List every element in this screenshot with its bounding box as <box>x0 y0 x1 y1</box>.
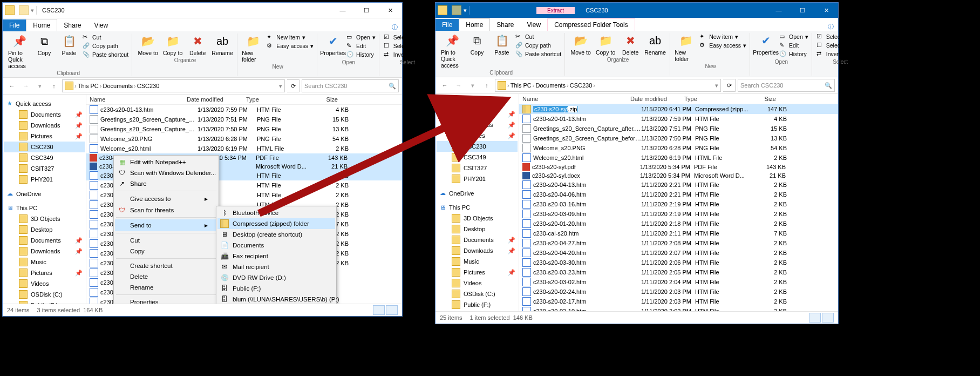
open-button[interactable]: ▭Open ▾ <box>779 33 808 41</box>
pin-quickaccess-button[interactable]: 📌Pin to Quick access <box>8 33 31 69</box>
file-row[interactable]: c230-s20-01-20.htm1/11/2020 2:18 PMHTM F… <box>519 219 838 229</box>
crumb-thispc[interactable]: This PC <box>511 82 532 89</box>
menu-cut[interactable]: Cut <box>115 235 217 246</box>
nav-item[interactable]: OSDisk (C:) <box>437 288 518 299</box>
sendto-mail[interactable]: ✉Mail recipient <box>217 261 335 272</box>
file-row[interactable]: c230-s20-syl.docx1/13/2020 5:34 PMMicros… <box>519 171 838 180</box>
tab-home[interactable]: Home <box>459 18 490 31</box>
rename-button[interactable]: abRename <box>211 33 234 56</box>
newitem-button[interactable]: ✦New item ▾ <box>267 33 314 41</box>
sendto-public[interactable]: 🗄Public (F:) <box>217 283 335 294</box>
copy-button[interactable]: ⧉Copy <box>33 33 56 56</box>
icons-view-button[interactable] <box>386 305 398 315</box>
file-row[interactable]: Welcome_s20.html1/13/2020 6:19 PMHTML Fi… <box>86 144 402 153</box>
crumb-csc230[interactable]: CSC230 <box>570 82 593 89</box>
nav-item[interactable]: Music <box>4 257 85 267</box>
icons-view-button[interactable] <box>822 313 834 323</box>
menu-properties[interactable]: Properties <box>115 297 217 304</box>
menu-edit-notepadpp[interactable]: ▦Edit with Notepad++ <box>115 157 217 167</box>
nav-item[interactable]: Downloads📌 <box>4 120 85 131</box>
nav-item[interactable]: Downloads📌 <box>4 246 85 257</box>
file-row[interactable]: c230-s20-03-23.htm1/11/2020 2:05 PMHTM F… <box>519 267 838 277</box>
col-name[interactable]: Name <box>90 96 187 103</box>
nav-quickaccess[interactable]: ★Quick access <box>4 98 85 109</box>
titlebar[interactable]: ▾ Extract CSC230 — ☐ ✕ <box>435 3 838 18</box>
nav-item[interactable]: PHY201 <box>4 174 85 185</box>
moveto-button[interactable]: 📂Move to <box>137 33 159 56</box>
nav-item[interactable]: Pictures📌 <box>437 267 518 278</box>
file-row[interactable]: c230-s20-02-17.htm1/11/2020 2:03 PMHTM F… <box>519 297 838 306</box>
col-size[interactable]: Size <box>744 96 776 102</box>
properties-button[interactable]: ✔Properties <box>754 33 777 56</box>
minimize-button[interactable]: — <box>331 3 355 18</box>
help-icon[interactable]: ⓘ <box>824 23 838 31</box>
nav-item[interactable]: Public (F:) <box>4 300 85 304</box>
details-view-button[interactable] <box>373 305 385 315</box>
file-row[interactable]: c230-s20-03-02.htm1/11/2020 2:04 PMHTM F… <box>519 277 838 287</box>
breadcrumb[interactable]: › This PC› Documents› CSC230 ▾ <box>62 79 285 92</box>
nav-item[interactable]: Pictures📌 <box>4 267 85 278</box>
up-button[interactable]: ↑ <box>481 79 493 91</box>
nav-item[interactable]: Downloads📌 <box>437 119 518 130</box>
tab-file[interactable]: File <box>435 19 459 31</box>
col-date[interactable]: Date modified <box>187 96 246 103</box>
sendto-dvd[interactable]: 💿DVD RW Drive (D:) <box>217 272 335 283</box>
breadcrumb[interactable]: › This PC› Documents› CSC230› ▾ <box>495 79 721 92</box>
back-button[interactable]: ← <box>439 79 451 91</box>
nav-item[interactable]: Music <box>437 256 518 267</box>
menu-windows-defender[interactable]: 🛡Scan with Windows Defender... <box>115 167 217 178</box>
tab-share[interactable]: Share <box>57 19 87 31</box>
nav-item[interactable]: Documents📌 <box>4 109 85 120</box>
file-row[interactable]: c230-s20-03-16.htm1/11/2020 2:19 PMHTM F… <box>519 199 838 209</box>
crumb-documents[interactable]: Documents <box>103 83 133 89</box>
back-button[interactable]: ← <box>6 80 18 92</box>
newitem-button[interactable]: ✦New item ▾ <box>699 33 746 41</box>
refresh-button[interactable]: ⟳ <box>723 79 736 92</box>
col-date[interactable]: Date modified <box>630 96 684 102</box>
nav-item[interactable]: CSC230 <box>4 142 85 152</box>
nav-item[interactable]: PHY201 <box>437 173 518 184</box>
minimize-button[interactable]: — <box>767 3 791 18</box>
properties-button[interactable]: ✔Properties <box>322 33 344 56</box>
nav-item[interactable]: Documents📌 <box>437 109 518 119</box>
easyaccess-button[interactable]: ⚙Easy access ▾ <box>267 42 314 50</box>
copy-button[interactable]: ⧉Copy <box>466 33 488 56</box>
pasteshortcut-button[interactable]: 📎Paste shortcut <box>515 50 561 58</box>
help-icon[interactable]: ⓘ <box>387 23 402 31</box>
nav-item[interactable]: 3D Objects <box>4 213 85 224</box>
file-row[interactable]: Greetings_s20_Screen_Capture_before.PNG1… <box>86 124 402 134</box>
copyto-button[interactable]: 📁Copy to <box>594 33 617 56</box>
nav-quickaccess[interactable]: ★Quick access <box>437 97 518 109</box>
sendto-network-share[interactable]: 🗄blum (\\LUNA\SHARES\USERS\b) (P:) <box>217 294 335 304</box>
recent-button[interactable]: ▾ <box>467 79 479 91</box>
file-row[interactable]: c230-s20-01-13.htm1/13/2020 7:59 PMHTM F… <box>86 105 402 115</box>
sendto-desktop[interactable]: 🖥Desktop (create shortcut) <box>217 229 335 240</box>
pin-quickaccess-button[interactable]: 📌Pin to Quick access <box>441 33 464 69</box>
moveto-button[interactable]: 📂Move to <box>569 33 592 56</box>
tab-view[interactable]: View <box>87 19 114 31</box>
nav-item[interactable]: 3D Objects <box>437 213 518 224</box>
search-input[interactable]: Search CSC230🔍 <box>738 79 835 92</box>
file-row[interactable]: c230-s20-04-13.htm1/11/2020 2:21 PMHTM F… <box>519 180 838 190</box>
cut-button[interactable]: ✂Cut <box>83 33 128 41</box>
paste-button[interactable]: 📋Paste <box>491 33 513 56</box>
close-button[interactable]: ✕ <box>378 3 402 18</box>
edit-button[interactable]: ✎Edit <box>779 42 808 49</box>
nav-item[interactable]: CSIT327 <box>437 163 518 173</box>
open-button[interactable]: ▭Open ▾ <box>346 33 376 41</box>
nav-item[interactable]: Videos <box>437 278 518 288</box>
nav-item[interactable]: Pictures📌 <box>4 131 85 142</box>
nav-item[interactable]: Videos <box>4 278 85 289</box>
menu-send-to[interactable]: Send to▸ <box>115 219 217 231</box>
selectall-button[interactable]: ☑Select all <box>384 33 432 41</box>
pasteshortcut-button[interactable]: 📎Paste shortcut <box>83 51 128 58</box>
selectall-button[interactable]: ☑Select all <box>816 33 865 41</box>
menu-create-shortcut[interactable]: Create shortcut <box>115 260 217 271</box>
details-view-button[interactable] <box>809 313 821 323</box>
file-row[interactable]: Greetings_s20_Screen_Capture_after.PNG1/… <box>86 115 402 124</box>
invertselection-button[interactable]: ⇄Invert selection <box>384 51 432 58</box>
maximize-button[interactable]: ☐ <box>791 3 814 18</box>
file-row[interactable]: c230-s20-syl.pdf1/13/2020 5:34 PMPDF Fil… <box>519 163 838 171</box>
nav-thispc[interactable]: 🖥This PC <box>4 203 85 213</box>
sendto-compressed-folder[interactable]: Compressed (zipped) folder <box>217 218 335 229</box>
